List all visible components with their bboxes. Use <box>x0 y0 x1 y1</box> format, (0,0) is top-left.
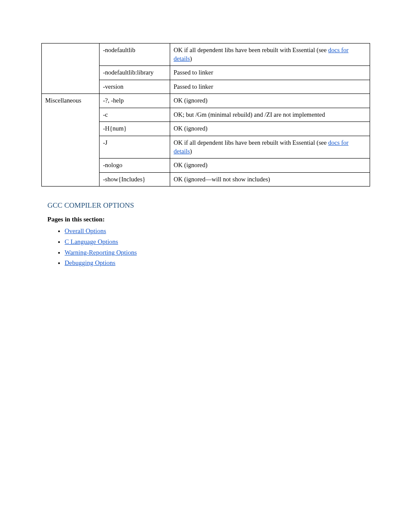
option-desc-cell: OK if all dependent libs have been rebui… <box>170 44 370 66</box>
section-link[interactable]: Overall Options <box>65 227 106 234</box>
table-row: -nodefaultlibOK if all dependent libs ha… <box>42 44 370 66</box>
option-name-cell: -nodefaultlib <box>100 44 170 66</box>
option-name-cell: -J <box>100 136 170 158</box>
option-name-cell: -nologo <box>100 159 170 173</box>
links-list: Overall OptionsC Language OptionsWarning… <box>65 227 370 268</box>
option-name-cell: -?, -help <box>100 94 170 108</box>
option-desc-cell: OK (ignored) <box>170 94 370 108</box>
option-name-cell: -H{num} <box>100 122 170 136</box>
option-desc-cell: OK (ignored—will not show includes) <box>170 172 370 187</box>
option-name-cell: -show{Includes} <box>100 172 170 187</box>
option-desc-cell: OK; but /Gm (minimal rebuild) and /ZI ar… <box>170 108 370 122</box>
desc-text: ) <box>190 55 192 62</box>
list-item: Overall Options <box>65 227 370 236</box>
list-item: Debugging Options <box>65 258 370 268</box>
option-name-cell: -version <box>100 80 170 94</box>
option-desc-cell: OK (ignored) <box>170 122 370 136</box>
option-desc-cell: OK (ignored) <box>170 159 370 173</box>
option-name-cell: -nodefaultlib:library <box>100 66 170 80</box>
desc-text: ) <box>190 148 192 155</box>
desc-text: OK if all dependent libs have been rebui… <box>174 47 328 53</box>
list-item: Warning-Reporting Options <box>65 248 370 258</box>
option-name-cell: -c <box>100 108 170 122</box>
section-link[interactable]: Debugging Options <box>65 259 115 266</box>
options-table: -nodefaultlibOK if all dependent libs ha… <box>41 43 370 187</box>
desc-text: OK if all dependent libs have been rebui… <box>174 139 328 146</box>
section-title: GCC COMPILER OPTIONS <box>47 201 370 210</box>
section-link[interactable]: Warning-Reporting Options <box>65 249 137 256</box>
links-heading: Pages in this section: <box>47 216 370 223</box>
group-label-cell: Miscellaneous <box>42 94 100 187</box>
option-desc-cell: OK if all dependent libs have been rebui… <box>170 136 370 158</box>
list-item: C Language Options <box>65 237 370 247</box>
option-desc-cell: Passed to linker <box>170 80 370 94</box>
option-desc-cell: Passed to linker <box>170 66 370 80</box>
section-link[interactable]: C Language Options <box>65 238 118 245</box>
document-page: -nodefaultlibOK if all dependent libs ha… <box>0 0 411 532</box>
table-row: Miscellaneous-?, -helpOK (ignored) <box>42 94 370 108</box>
group-label-cell <box>42 44 100 94</box>
